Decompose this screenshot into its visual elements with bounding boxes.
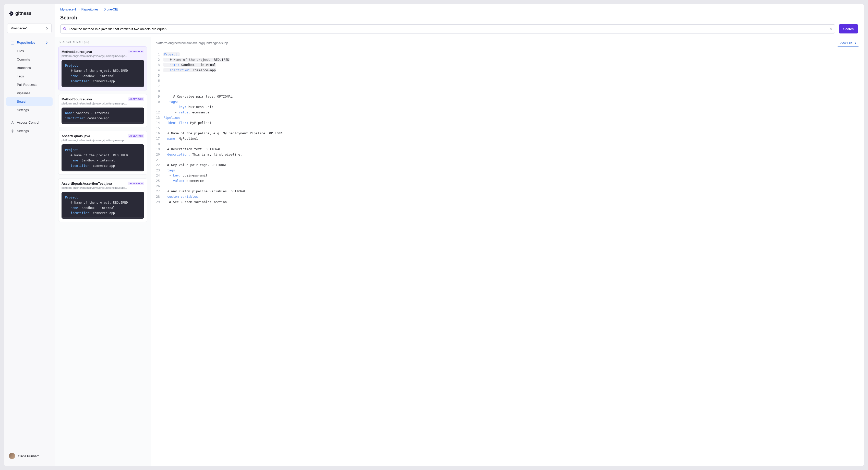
code-line: 28 custom-variables: bbox=[151, 194, 864, 200]
sidebar-item-pipelines[interactable]: Pipelines bbox=[6, 89, 53, 97]
chevron-right-icon bbox=[45, 41, 48, 44]
line-number: 20 bbox=[151, 152, 163, 157]
search-box[interactable]: ✕ bbox=[60, 24, 835, 33]
breadcrumb-item[interactable]: Repositories bbox=[82, 8, 98, 11]
chevron-right-icon bbox=[854, 42, 857, 45]
clear-icon[interactable]: ✕ bbox=[829, 27, 832, 31]
result-card[interactable]: AssertEqualsAssertionTest.javaAI SEARCHp… bbox=[58, 178, 147, 222]
sidebar-item-commits[interactable]: Commits bbox=[6, 55, 53, 64]
ai-search-badge: AI SEARCH bbox=[128, 134, 144, 138]
breadcrumb-item[interactable]: Drone-CIE bbox=[103, 8, 118, 11]
code-snippet: name: Sandbox - internalidentifier: comm… bbox=[62, 108, 144, 124]
space-selector[interactable]: My-space-1 bbox=[7, 23, 52, 33]
chevron-right-icon: › bbox=[79, 8, 80, 11]
line-number: 6 bbox=[151, 78, 163, 84]
line-number: 11 bbox=[151, 105, 163, 110]
result-card[interactable]: MethodSource.javaAI SEARCHplatform-engin… bbox=[58, 47, 147, 90]
code-line: 11 - key: business-unit bbox=[151, 105, 864, 110]
search-input[interactable] bbox=[67, 27, 829, 31]
result-path: platform-engine/src/main/java/org/junit/… bbox=[62, 186, 144, 189]
preview-panel: platform-engine/src/main/java/org/junit/… bbox=[151, 37, 864, 466]
code-line: 3 name: Sandbox - internal bbox=[151, 62, 864, 68]
code-line: 4 identifier: commerce-app bbox=[151, 68, 864, 73]
code-line: 18 bbox=[151, 142, 864, 147]
breadcrumb-item[interactable]: My-space-1 bbox=[60, 8, 76, 11]
nav-settings[interactable]: Settings bbox=[6, 127, 53, 135]
code-line: 14 identifier: MyPipeline1 bbox=[151, 120, 864, 126]
code-line: 23 tags: bbox=[151, 168, 864, 173]
result-path: platform-engine/src/main/java/org/junit/… bbox=[62, 54, 144, 57]
result-card[interactable]: MethodSource.javaAI SEARCHplatform-engin… bbox=[58, 94, 147, 127]
line-number: 12 bbox=[151, 110, 163, 115]
ai-search-badge: AI SEARCH bbox=[128, 50, 144, 53]
line-number: 27 bbox=[151, 189, 163, 194]
code-line: 25 value: ecommerce bbox=[151, 178, 864, 184]
code-snippet: Project: # Name of the project. REQUIRED… bbox=[62, 60, 144, 87]
code-line: 7 bbox=[151, 84, 864, 89]
search-bar: ✕ Search bbox=[55, 24, 864, 37]
code-line: 26 bbox=[151, 184, 864, 189]
sidebar-item-tags[interactable]: Tags bbox=[6, 72, 53, 81]
page-title: Search bbox=[60, 15, 858, 21]
result-path: platform-engine/src/main/java/org/junit/… bbox=[62, 139, 144, 142]
code-line: 17 name: MyPpeline1 bbox=[151, 136, 864, 142]
code-line: 19 # Description text. OPTIONAL bbox=[151, 147, 864, 152]
code-snippet: Project: # Name of the project. REQUIRED… bbox=[62, 192, 144, 219]
code-line: 5 bbox=[151, 73, 864, 79]
code-line: 15 bbox=[151, 126, 864, 131]
search-icon bbox=[63, 27, 67, 31]
breadcrumb: My-space-1 › Repositories › Drone-CIE bbox=[60, 8, 858, 11]
user-name: Olivia Punham bbox=[18, 454, 39, 458]
search-button[interactable]: Search bbox=[839, 24, 858, 33]
sidebar-item-files[interactable]: Files bbox=[6, 47, 53, 55]
line-number: 24 bbox=[151, 173, 163, 178]
line-number: 13 bbox=[151, 115, 163, 121]
user-icon bbox=[11, 121, 14, 124]
code-line: 9 # Key-value pair tags. OPTIONAL bbox=[151, 94, 864, 99]
nav-repositories[interactable]: Repositories bbox=[6, 38, 53, 47]
line-number: 8 bbox=[151, 89, 163, 94]
line-number: 17 bbox=[151, 136, 163, 142]
code-snippet: Project: # Name of the project. REQUIRED… bbox=[62, 144, 144, 171]
chevron-right-icon: › bbox=[100, 8, 101, 11]
code-view[interactable]: 1Project:2 # Name of the project. REQUIR… bbox=[151, 49, 864, 466]
code-line: 1Project: bbox=[151, 52, 864, 57]
view-file-button[interactable]: View File bbox=[837, 40, 859, 47]
nav: Repositories FilesCommitsBranchesTagsPul… bbox=[4, 38, 55, 450]
current-user[interactable]: Olivia Punham bbox=[4, 450, 55, 462]
code-line: 10 tags: bbox=[151, 99, 864, 105]
svg-rect-1 bbox=[11, 13, 12, 14]
results-count: SEARCH RESULT (35) bbox=[55, 37, 151, 47]
line-number: 5 bbox=[151, 73, 163, 79]
result-title: MethodSource.java bbox=[62, 50, 92, 54]
line-number: 21 bbox=[151, 157, 163, 163]
chevron-right-icon bbox=[46, 27, 48, 30]
line-number: 7 bbox=[151, 84, 163, 89]
result-title: MethodSource.java bbox=[62, 97, 92, 101]
line-number: 16 bbox=[151, 131, 163, 136]
code-line: 29 # See Custom Variables section bbox=[151, 200, 864, 205]
code-line: 24 - key: business-unit bbox=[151, 173, 864, 178]
svg-point-4 bbox=[12, 130, 13, 131]
gear-icon bbox=[11, 129, 14, 133]
repo-icon bbox=[11, 41, 14, 45]
brand-logo: gitness bbox=[4, 8, 55, 23]
nav-access-control[interactable]: Access Control bbox=[6, 118, 53, 127]
line-number: 22 bbox=[151, 163, 163, 168]
line-number: 25 bbox=[151, 178, 163, 184]
result-title: AssertEqualsAssertionTest.java bbox=[62, 182, 112, 185]
results-panel: SEARCH RESULT (35) MethodSource.javaAI S… bbox=[55, 37, 151, 466]
brand-name: gitness bbox=[15, 11, 31, 16]
sidebar: gitness My-space-1 Repositories FilesCom… bbox=[4, 4, 55, 466]
line-number: 4 bbox=[151, 68, 163, 73]
ai-search-badge: AI SEARCH bbox=[128, 182, 144, 185]
svg-point-3 bbox=[12, 121, 13, 123]
avatar bbox=[9, 452, 15, 459]
sidebar-item-branches[interactable]: Branches bbox=[6, 64, 53, 72]
sidebar-item-settings[interactable]: Settings bbox=[6, 106, 53, 114]
result-card[interactable]: AssertEquals.javaAI SEARCHplatform-engin… bbox=[58, 131, 147, 175]
code-line: 2 # Name of the project. REQUIRED bbox=[151, 57, 864, 63]
sidebar-item-search[interactable]: Search bbox=[6, 97, 53, 106]
sidebar-item-pull-requests[interactable]: Pull Requests bbox=[6, 81, 53, 89]
result-title: AssertEquals.java bbox=[62, 134, 90, 138]
